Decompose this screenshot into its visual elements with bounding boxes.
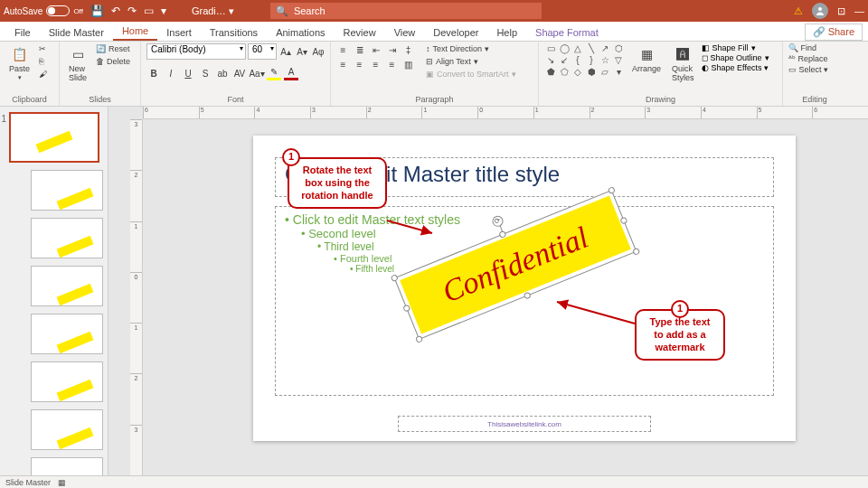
- canvas-area[interactable]: 6543210123456 3210123 Click to edit Mast…: [108, 107, 868, 475]
- align-center-button[interactable]: ≡: [353, 58, 366, 70]
- quick-styles-button[interactable]: 🅰Quick Styles: [668, 43, 698, 84]
- share-button[interactable]: 🔗 Share: [805, 23, 863, 41]
- layout-thumb[interactable]: [31, 314, 103, 354]
- group-font: Calibri (Body) 60 A▴ A▾ Aφ B I U S ab AV…: [141, 42, 331, 106]
- effects-icon: ◐: [702, 63, 709, 72]
- group-clipboard: 📋Paste▾ ✂ ⎘ 🖌 Clipboard: [0, 42, 60, 106]
- spacing-button[interactable]: AV: [232, 66, 247, 80]
- tab-slide-master[interactable]: Slide Master: [40, 24, 113, 41]
- tab-transitions[interactable]: Transitions: [201, 24, 267, 41]
- cut-button[interactable]: ✂: [37, 43, 49, 54]
- font-color-button[interactable]: A: [284, 66, 298, 80]
- autosave-label: AutoSave: [4, 6, 42, 16]
- bold-button[interactable]: B: [146, 66, 161, 80]
- shadow-button[interactable]: ab: [215, 66, 230, 80]
- fill-icon: ◧: [702, 43, 710, 52]
- tab-animations[interactable]: Animations: [267, 24, 334, 41]
- bullets-button[interactable]: ≡: [336, 43, 350, 56]
- format-painter-button[interactable]: 🖌: [37, 69, 49, 80]
- align-left-button[interactable]: ≡: [336, 58, 350, 70]
- undo-icon[interactable]: ↶: [111, 5, 120, 17]
- shapes-gallery[interactable]: ▭◯△╲↗⬡ ↘↙{}☆▽ ⬟⬠◇⬢▱▾: [544, 43, 625, 78]
- shape-effects-button[interactable]: ◐Shape Effects ▾: [702, 63, 769, 72]
- justify-button[interactable]: ≡: [385, 58, 399, 70]
- align-text-button[interactable]: ⊟ Align Text ▾: [424, 56, 518, 67]
- quick-access-toolbar: 💾 ↶ ↷ ▭ ▾: [90, 5, 166, 17]
- italic-button[interactable]: I: [164, 66, 178, 80]
- line-spacing-button[interactable]: ‡: [401, 43, 415, 56]
- layout-thumb[interactable]: [31, 457, 103, 475]
- increase-font-button[interactable]: A▴: [278, 44, 293, 59]
- layout-thumb[interactable]: [31, 266, 103, 306]
- slide-thumbnails[interactable]: 1: [0, 107, 108, 475]
- find-button[interactable]: 🔍 Find: [788, 43, 828, 52]
- shape-outline-button[interactable]: ◻Shape Outline ▾: [702, 53, 769, 62]
- footer-placeholder[interactable]: Thisisawebsitelink.com: [398, 416, 651, 432]
- select-button[interactable]: ▭ Select ▾: [788, 65, 828, 74]
- case-button[interactable]: Aa▾: [250, 66, 264, 80]
- tab-view[interactable]: View: [385, 24, 425, 41]
- indent-dec-button[interactable]: ⇤: [369, 43, 382, 56]
- tab-home[interactable]: Home: [113, 23, 157, 41]
- ribbon: 📋Paste▾ ✂ ⎘ 🖌 Clipboard ▭New Slide 🔄Rese…: [0, 42, 868, 107]
- tab-insert[interactable]: Insert: [157, 24, 201, 41]
- brush-icon: 🖌: [39, 70, 47, 79]
- minimize-icon[interactable]: —: [854, 5, 864, 16]
- font-name-select[interactable]: Calibri (Body): [146, 43, 246, 60]
- master-thumb[interactable]: 1: [9, 112, 99, 163]
- new-slide-button[interactable]: ▭New Slide: [65, 43, 90, 84]
- paste-button[interactable]: 📋Paste▾: [5, 43, 33, 83]
- text-direction-button[interactable]: ↕ Text Direction ▾: [424, 43, 518, 54]
- group-label: Drawing: [544, 95, 777, 104]
- thumb-watermark: [57, 236, 94, 258]
- layout-thumb[interactable]: [31, 409, 103, 450]
- document-name[interactable]: Gradi… ▾: [192, 5, 234, 17]
- copy-button[interactable]: ⎘: [37, 56, 49, 67]
- smartart-button: ▣ Convert to SmartArt ▾: [424, 69, 518, 80]
- tab-shape-format[interactable]: Shape Format: [526, 24, 608, 41]
- tab-help[interactable]: Help: [487, 24, 526, 41]
- reset-icon: 🔄: [96, 44, 106, 53]
- callout-badge: 1: [282, 148, 300, 166]
- underline-button[interactable]: U: [181, 66, 195, 80]
- toggle-icon[interactable]: [46, 5, 70, 16]
- group-slides: ▭New Slide 🔄Reset 🗑Delete Slides: [60, 42, 141, 106]
- group-drawing: ▭◯△╲↗⬡ ↘↙{}☆▽ ⬟⬠◇⬢▱▾ ▦Arrange 🅰Quick Sty…: [539, 42, 783, 106]
- user-avatar[interactable]: [812, 3, 828, 19]
- callout-badge: 1: [671, 300, 689, 318]
- indent-inc-button[interactable]: ⇥: [385, 43, 399, 56]
- redo-icon[interactable]: ↷: [127, 5, 137, 17]
- tab-developer[interactable]: Developer: [424, 24, 487, 41]
- more-icon[interactable]: ▾: [161, 5, 166, 17]
- align-right-button[interactable]: ≡: [369, 58, 382, 70]
- columns-button[interactable]: ▥: [401, 58, 415, 70]
- thumb-watermark: [57, 188, 94, 210]
- reset-button[interactable]: 🔄Reset: [94, 43, 132, 54]
- tab-review[interactable]: Review: [335, 24, 385, 41]
- clear-format-button[interactable]: Aφ: [311, 44, 326, 59]
- delete-button[interactable]: 🗑Delete: [94, 56, 132, 67]
- save-icon[interactable]: 💾: [90, 5, 104, 17]
- highlight-button[interactable]: ✎: [267, 66, 281, 80]
- slideshow-icon[interactable]: ▭: [144, 5, 154, 17]
- group-label: Font: [146, 95, 325, 104]
- tab-file[interactable]: File: [5, 24, 40, 41]
- group-label: Slides: [65, 95, 135, 104]
- title-bar: AutoSave Off 💾 ↶ ↷ ▭ ▾ Gradi… ▾ 🔍 Search…: [0, 0, 868, 22]
- search-box[interactable]: 🔍 Search: [270, 3, 542, 19]
- font-size-select[interactable]: 60: [248, 43, 277, 60]
- strike-button[interactable]: S: [198, 66, 212, 80]
- decrease-font-button[interactable]: A▾: [295, 44, 309, 59]
- autosave-toggle[interactable]: AutoSave Off: [4, 5, 83, 16]
- layout-thumb[interactable]: [31, 170, 103, 211]
- ribbon-options-icon[interactable]: ⊡: [837, 5, 845, 17]
- layout-thumb[interactable]: [31, 218, 103, 258]
- callout-text: Rotate the text box using the rotation h…: [301, 164, 373, 201]
- warning-icon[interactable]: ⚠: [794, 5, 803, 17]
- cut-icon: ✂: [39, 44, 46, 53]
- shape-fill-button[interactable]: ◧Shape Fill ▾: [702, 43, 769, 52]
- numbering-button[interactable]: ≣: [353, 43, 366, 56]
- replace-button[interactable]: ᴬᵇ Replace: [788, 54, 828, 63]
- arrange-button[interactable]: ▦Arrange: [628, 43, 665, 75]
- layout-thumb[interactable]: [31, 361, 103, 402]
